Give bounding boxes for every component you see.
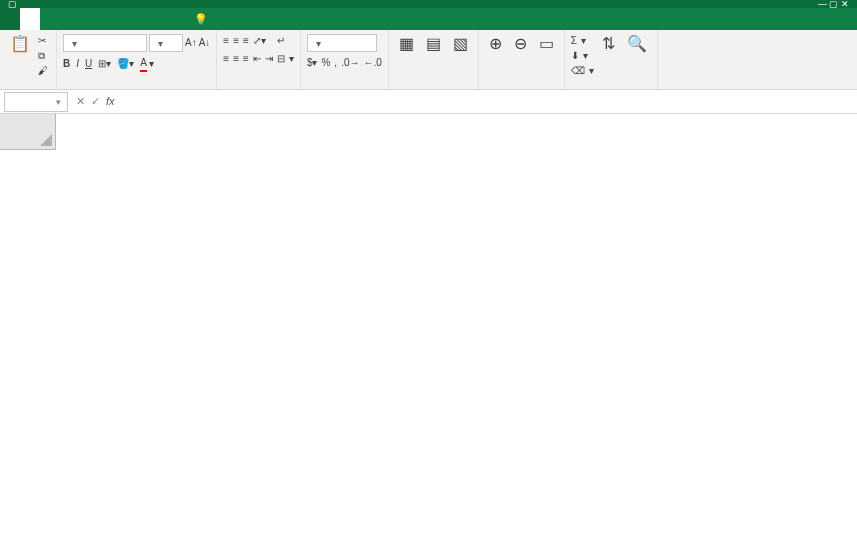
name-box[interactable]: ▾ — [4, 92, 68, 112]
decrease-font-button[interactable]: A↓ — [199, 34, 211, 52]
cancel-formula-icon[interactable]: ✕ — [76, 95, 85, 108]
font-size-select[interactable]: ▾ — [149, 34, 183, 52]
sort-icon: ⇅ — [602, 36, 615, 52]
copy-button[interactable]: ⧉ — [38, 49, 50, 63]
group-share — [658, 30, 670, 89]
tab-file[interactable] — [0, 8, 20, 30]
paste-button[interactable]: 📋 — [6, 34, 34, 54]
chevron-down-icon: ▾ — [56, 97, 61, 107]
percent-button[interactable]: % — [321, 56, 330, 70]
search-icon: 💡 — [194, 13, 208, 26]
indent-inc-button[interactable]: ⇥ — [265, 52, 273, 66]
scissors-icon: ✂ — [38, 34, 46, 48]
group-label — [223, 88, 294, 89]
font-name-select[interactable]: ▾ — [63, 34, 147, 52]
number-format-select[interactable]: ▾ — [307, 34, 377, 52]
eraser-icon: ⌫ — [571, 64, 585, 78]
align-center-button[interactable]: ≡ — [233, 52, 239, 66]
align-bottom-button[interactable]: ≡ — [243, 34, 249, 48]
chevron-down-icon: ▾ — [72, 38, 77, 49]
fill-button[interactable]: ⬇▾ — [571, 49, 594, 63]
underline-button[interactable]: U — [85, 56, 92, 72]
group-align: ≡ ≡ ≡ ⤢▾ ≡ ≡ ≡ ⇤ ⇥ ↵ ⊟▾ — [217, 30, 301, 89]
border-button[interactable]: ⊞▾ — [98, 56, 111, 72]
find-icon: 🔍 — [627, 36, 647, 52]
wrap-icon: ↵ — [277, 34, 285, 48]
cell-style-button[interactable]: ▧ — [449, 34, 472, 54]
tab-insert[interactable] — [40, 8, 60, 30]
font-color-button[interactable]: A▾ — [140, 56, 154, 72]
dec-decimal-button[interactable]: ←.0 — [363, 56, 381, 70]
clear-button[interactable]: ⌫▾ — [571, 64, 594, 78]
formula-bar: ▾ ✕ ✓ fx — [0, 90, 857, 114]
group-editing: Σ▾ ⬇▾ ⌫▾ ⇅ 🔍 — [565, 30, 658, 89]
tab-home[interactable] — [20, 8, 40, 30]
tab-search[interactable]: 💡 — [184, 8, 221, 30]
bold-button[interactable]: B — [63, 56, 70, 72]
indent-dec-button[interactable]: ⇤ — [253, 52, 261, 66]
italic-button[interactable]: I — [76, 56, 79, 72]
align-left-button[interactable]: ≡ — [223, 52, 229, 66]
group-clipboard: 📋 ✂ ⧉ 🖌 — [0, 30, 57, 89]
format-cells-button[interactable]: ▭ — [535, 34, 558, 54]
inc-decimal-button[interactable]: .0→ — [341, 56, 359, 70]
cond-format-icon: ▦ — [399, 36, 414, 52]
align-right-button[interactable]: ≡ — [243, 52, 249, 66]
tab-view[interactable] — [140, 8, 160, 30]
group-label — [395, 88, 472, 89]
sheet-area — [0, 114, 857, 557]
chevron-down-icon: ▾ — [316, 38, 321, 49]
tab-review[interactable] — [120, 8, 140, 30]
cell-style-icon: ▧ — [453, 36, 468, 52]
ribbon-tabs: 💡 — [0, 8, 857, 30]
group-label — [307, 88, 382, 89]
tab-data[interactable] — [100, 8, 120, 30]
sigma-icon: Σ — [571, 34, 577, 48]
chevron-down-icon: ▾ — [158, 38, 163, 49]
fx-icon[interactable]: fx — [106, 95, 115, 108]
find-select-button[interactable]: 🔍 — [623, 34, 651, 54]
orientation-button[interactable]: ⤢▾ — [253, 34, 266, 48]
select-all-corner[interactable] — [0, 114, 56, 150]
tab-formulas[interactable] — [80, 8, 100, 30]
align-middle-button[interactable]: ≡ — [233, 34, 239, 48]
insert-cells-button[interactable]: ⊕ — [485, 34, 506, 54]
currency-button[interactable]: $▾ — [307, 56, 318, 70]
delete-icon: ⊖ — [514, 36, 527, 52]
wrap-text-button[interactable]: ↵ — [277, 34, 294, 48]
fill-icon: ⬇ — [571, 49, 579, 63]
cond-format-button[interactable]: ▦ — [395, 34, 418, 54]
insert-icon: ⊕ — [489, 36, 502, 52]
group-font: ▾ ▾ A↑ A↓ B I U ⊞▾ 🪣▾ A▾ — [57, 30, 217, 89]
cut-button[interactable]: ✂ — [38, 34, 50, 48]
comma-button[interactable]: , — [334, 56, 337, 70]
group-label — [6, 88, 50, 89]
group-number: ▾ $▾ % , .0→ ←.0 — [301, 30, 389, 89]
merge-button[interactable]: ⊟▾ — [277, 52, 294, 66]
group-styles: ▦ ▤ ▧ — [389, 30, 479, 89]
ribbon: 📋 ✂ ⧉ 🖌 ▾ ▾ A↑ A↓ B I U — [0, 30, 857, 90]
window-icons[interactable]: — ▢ ✕ — [818, 0, 849, 9]
copy-icon: ⧉ — [38, 49, 45, 63]
format-painter-button[interactable]: 🖌 — [38, 64, 50, 78]
clipboard-icon: 📋 — [10, 36, 30, 52]
merge-icon: ⊟ — [277, 52, 285, 66]
table-icon: ▤ — [426, 36, 441, 52]
group-label — [571, 88, 651, 89]
group-cells: ⊕ ⊖ ▭ — [479, 30, 565, 89]
group-label — [485, 88, 558, 89]
align-top-button[interactable]: ≡ — [223, 34, 229, 48]
tab-dev[interactable] — [160, 8, 180, 30]
sort-filter-button[interactable]: ⇅ — [598, 34, 619, 54]
accept-formula-icon[interactable]: ✓ — [91, 95, 100, 108]
autosum-button[interactable]: Σ▾ — [571, 34, 594, 48]
table-format-button[interactable]: ▤ — [422, 34, 445, 54]
fill-color-button[interactable]: 🪣▾ — [117, 56, 134, 72]
format-icon: ▭ — [539, 36, 554, 52]
delete-cells-button[interactable]: ⊖ — [510, 34, 531, 54]
tab-layout[interactable] — [60, 8, 80, 30]
brush-icon: 🖌 — [38, 64, 48, 78]
increase-font-button[interactable]: A↑ — [185, 34, 197, 52]
group-label — [63, 88, 210, 89]
title-bar: ▢ — ▢ ✕ — [0, 0, 857, 8]
